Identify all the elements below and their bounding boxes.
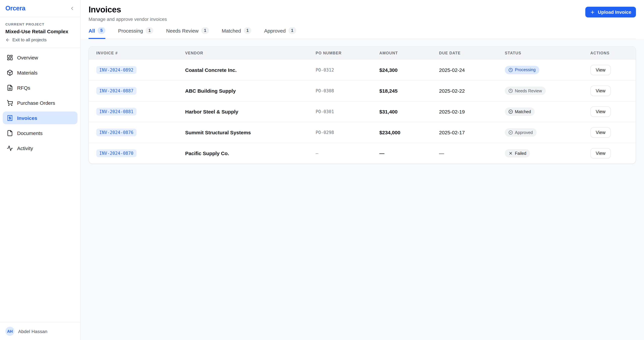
sidebar-item-label: Overview <box>17 55 38 60</box>
file-text-icon <box>7 84 13 91</box>
sidebar-item-rfqs[interactable]: RFQs <box>3 81 78 94</box>
page-subtitle: Manage and approve vendor invoices <box>88 17 167 22</box>
vendor-name: Summit Structural Systems <box>185 130 316 135</box>
column-header-amount: AMOUNT <box>379 51 439 55</box>
tab-needs-review[interactable]: Needs Review 1 <box>166 27 209 39</box>
sidebar-item-overview[interactable]: Overview <box>3 51 78 64</box>
view-button[interactable]: View <box>590 106 611 117</box>
vendor-name: Harbor Steel & Supply <box>185 109 316 114</box>
sidebar-item-label: Documents <box>17 130 42 136</box>
current-project-label: CURRENT PROJECT <box>5 22 75 26</box>
table-row: INV-2024-0881 Harbor Steel & Supply PO-0… <box>89 101 636 122</box>
clock-icon <box>508 89 513 93</box>
sidebar-item-label: RFQs <box>17 85 30 90</box>
status-tabs: All 5 Processing 1 Needs Review 1 Matche… <box>88 27 636 39</box>
sidebar-header: Orcera <box>0 0 80 17</box>
tab-matched[interactable]: Matched 1 <box>222 27 252 39</box>
vendor-name: Pacific Supply Co. <box>185 150 316 156</box>
po-number: — <box>316 151 379 156</box>
sidebar-item-materials[interactable]: Materials <box>3 66 78 79</box>
view-button[interactable]: View <box>590 65 611 75</box>
po-number: PO-0298 <box>316 130 379 135</box>
sidebar-nav: Overview Materials RFQs Purchase Orders <box>0 48 80 322</box>
tab-label: Needs Review <box>166 28 198 33</box>
layout-dashboard-icon <box>7 54 13 61</box>
table-row: INV-2024-0887 ABC Building Supply PO-030… <box>89 80 636 101</box>
view-button[interactable]: View <box>590 127 611 138</box>
vendor-name: ABC Building Supply <box>185 88 316 94</box>
invoice-number-link[interactable]: INV-2024-0870 <box>96 149 136 157</box>
clock-icon <box>508 68 513 72</box>
tab-count-badge: 1 <box>288 27 296 34</box>
po-number: PO-0312 <box>316 67 379 72</box>
main-panel: Invoices Manage and approve vendor invoi… <box>80 0 644 340</box>
page-content: INVOICE # VENDOR PO NUMBER AMOUNT DUE DA… <box>80 39 644 340</box>
sidebar-item-invoices[interactable]: Invoices <box>3 111 78 124</box>
chevron-left-icon <box>70 6 75 11</box>
tab-count-badge: 5 <box>98 27 105 34</box>
exit-projects-link[interactable]: Exit to all projects <box>5 37 75 42</box>
receipt-dollar-icon <box>7 115 13 121</box>
user-name: Abdel Hassan <box>18 328 47 334</box>
tab-count-badge: 1 <box>201 27 209 34</box>
view-button[interactable]: View <box>590 148 611 158</box>
title-block: Invoices Manage and approve vendor invoi… <box>88 5 167 22</box>
file-icon <box>7 130 13 136</box>
due-date: — <box>439 150 505 156</box>
sidebar-item-documents[interactable]: Documents <box>3 127 78 139</box>
status-badge-processing: Processing <box>505 66 539 74</box>
user-menu[interactable]: AH Abdel Hassan <box>0 322 80 340</box>
shopping-cart-icon <box>7 100 13 106</box>
exit-projects-label: Exit to all projects <box>12 37 46 42</box>
package-icon <box>7 69 13 76</box>
sidebar-item-label: Materials <box>17 70 38 75</box>
column-header-due: DUE DATE <box>439 51 505 55</box>
brand-logo[interactable]: Orcera <box>5 5 25 12</box>
status-badge-approved: Approved <box>505 128 536 137</box>
due-date: 2025-02-22 <box>439 88 505 94</box>
sidebar-item-purchase-orders[interactable]: Purchase Orders <box>3 96 78 109</box>
vendor-name: Coastal Concrete Inc. <box>185 67 316 73</box>
check-circle-icon <box>508 130 513 135</box>
arrow-left-icon <box>5 38 10 42</box>
app-window: Orcera CURRENT PROJECT Mixed-Use Retail … <box>0 0 644 340</box>
status-badge-matched: Matched <box>505 107 535 116</box>
tab-all[interactable]: All 5 <box>88 27 105 39</box>
invoice-number-link[interactable]: INV-2024-0881 <box>96 108 136 115</box>
tab-label: Matched <box>222 28 241 33</box>
activity-pulse-icon <box>7 145 13 151</box>
upload-invoice-button[interactable]: Upload Invoice <box>586 7 636 18</box>
status-badge-needs-review: Needs Review <box>505 87 546 95</box>
due-date: 2025-02-19 <box>439 109 505 114</box>
tab-count-badge: 1 <box>244 27 252 34</box>
plus-icon <box>590 10 595 15</box>
sidebar-item-label: Invoices <box>17 115 37 121</box>
sidebar-item-activity[interactable]: Activity <box>3 142 78 154</box>
tab-label: Approved <box>264 28 286 33</box>
table-row: INV-2024-0892 Coastal Concrete Inc. PO-0… <box>89 59 636 80</box>
page-title: Invoices <box>88 5 167 15</box>
project-name: Mixed-Use Retail Complex <box>5 29 75 34</box>
current-project-block: CURRENT PROJECT Mixed-Use Retail Complex… <box>0 17 80 48</box>
tab-processing[interactable]: Processing 1 <box>118 27 153 39</box>
column-header-actions: ACTIONS <box>590 51 636 55</box>
invoice-amount: $24,300 <box>379 67 439 73</box>
tab-approved[interactable]: Approved 1 <box>264 27 296 39</box>
status-badge-failed: Failed <box>505 149 530 157</box>
column-header-vendor: VENDOR <box>185 51 316 55</box>
invoice-amount: $31,400 <box>379 109 439 114</box>
avatar: AH <box>5 327 14 336</box>
page-header: Invoices Manage and approve vendor invoi… <box>80 0 644 39</box>
column-header-po: PO NUMBER <box>316 51 379 55</box>
table-header-row: INVOICE # VENDOR PO NUMBER AMOUNT DUE DA… <box>89 47 636 59</box>
tab-label: Processing <box>118 28 143 33</box>
invoice-amount: $234,000 <box>379 130 439 135</box>
invoice-number-link[interactable]: INV-2024-0876 <box>96 129 136 136</box>
invoice-number-link[interactable]: INV-2024-0887 <box>96 87 136 95</box>
due-date: 2025-02-24 <box>439 67 505 73</box>
sidebar-collapse-button[interactable] <box>70 6 75 11</box>
view-button[interactable]: View <box>590 86 611 96</box>
po-number: PO-0301 <box>316 109 379 114</box>
invoice-number-link[interactable]: INV-2024-0892 <box>96 66 136 74</box>
x-icon <box>508 151 513 155</box>
